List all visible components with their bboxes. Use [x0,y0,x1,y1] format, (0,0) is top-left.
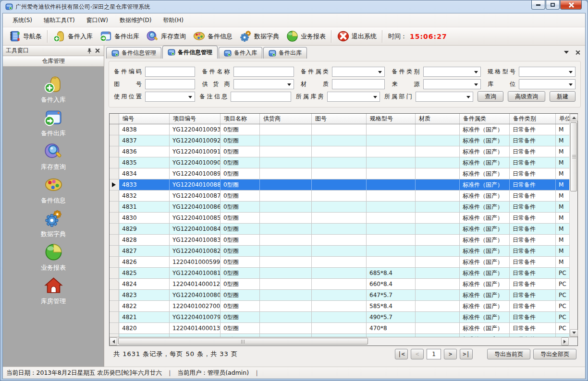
table-row[interactable]: 4827YG122040100820型圈标准件（国产）日常备件M [110,246,569,257]
row-selector-cell[interactable] [110,190,119,201]
table-row[interactable]: 482012204014000130型圈470*8标准件（国产）日常备件PC [110,323,569,334]
column-header[interactable]: 图号 [312,114,367,124]
column-header[interactable]: 编号 [119,114,170,124]
department-select[interactable] [416,92,473,102]
column-header[interactable]: 项目编号 [170,114,220,124]
drawing-no-input[interactable] [145,79,195,89]
sidebar-item-stock-out[interactable]: 备件出库 [24,108,82,142]
toolbar-inventory-query-button[interactable]: 库存查询 [143,29,189,44]
column-header[interactable]: 单位 [556,114,569,124]
scroll-down-button[interactable] [570,329,578,337]
row-selector-cell[interactable] [110,301,119,311]
row-selector-cell[interactable] [110,268,119,278]
sidebar-item-warehouse-management[interactable]: 库房管理 [24,276,82,310]
spare-category-select[interactable] [423,67,481,77]
row-selector-cell[interactable] [110,179,119,190]
column-header[interactable]: 项目名称 [220,114,260,124]
table-row[interactable]: 482212204010027000型圈585*8.4标准件（国产）日常备件PC [110,301,569,312]
row-selector-cell[interactable] [110,202,119,212]
export-current-page-button[interactable]: 导出当前页 [487,349,530,359]
scroll-up-button[interactable] [570,114,578,121]
row-selector-cell[interactable] [110,290,119,300]
horizontal-scroll-thumb[interactable] [118,338,368,345]
scroll-right-button[interactable] [561,337,569,345]
next-page-button[interactable]: > [444,349,457,359]
table-row[interactable]: 4823YG122040100800型圈647*5.7标准件（国产）日常备件PC [110,290,569,301]
vertical-scroll-track[interactable] [570,121,577,329]
row-selector-cell[interactable] [110,157,119,168]
row-selector-cell[interactable] [110,323,119,333]
row-selector-cell[interactable] [110,257,119,267]
spare-code-input[interactable] [145,67,195,77]
row-selector-cell[interactable] [110,124,119,135]
table-row[interactable]: 482412204014000120型圈660*8.4标准件（国产）日常备件PC [110,279,569,290]
menu-aux-tools[interactable]: 辅助工具(T) [38,14,81,26]
toolbar-exit-button[interactable]: 退出系统 [333,29,380,44]
column-header[interactable]: 规格型号 [367,114,416,124]
toolbar-spare-info-button[interactable]: 备件信息 [189,29,236,44]
sidebar-item-spare-info[interactable]: 备件信息 [24,175,82,209]
bin-location-select[interactable] [519,79,576,89]
row-selector-header[interactable] [110,114,119,124]
sidebar-item-data-dict[interactable]: 数据字典 [24,209,82,242]
toolbar-stock-in-button[interactable]: 备件入库 [49,29,96,44]
row-selector-cell[interactable] [110,213,119,223]
last-page-button[interactable]: >| [460,349,473,359]
close-button[interactable] [560,0,582,10]
toolbar-report-button[interactable]: 业务报表 [282,29,329,44]
advanced-query-button[interactable]: 高级查询 [508,91,545,102]
minimize-button[interactable] [531,0,545,10]
page-number-input[interactable]: 1 [427,349,441,359]
tab-spare-info-management-2[interactable]: 备件信息管理 [162,46,218,59]
tab-spare-info-management-1[interactable]: 备件信息管理 [106,47,161,59]
menu-data-maintenance[interactable]: 数据维护(D) [114,14,158,26]
table-row[interactable]: 4833YG122040100880型圈标准件（国产）日常备件M [110,179,569,190]
table-row[interactable]: 4835YG122040100900型圈标准件（国产）日常备件M [110,157,569,168]
warehouse-select[interactable] [327,92,380,102]
pin-button[interactable] [86,47,93,55]
table-row[interactable]: 4821YG122040100790型圈490*5.7标准件（国产）日常备件PC [110,312,569,323]
toolbar-navbar-button[interactable]: 导航条 [5,29,45,44]
table-row[interactable]: 4830YG122040100850型圈标准件（国产）日常备件M [110,213,569,224]
tab-list-chevron-down-icon[interactable] [564,51,569,56]
toolbar-stock-out-button[interactable]: 备件出库 [96,29,143,44]
spare-name-input[interactable] [233,67,294,77]
menu-window[interactable]: 窗口(W) [81,14,114,26]
table-row[interactable]: 4838YG122040100930型圈标准件（国产）日常备件M [110,124,569,135]
prev-page-button[interactable]: < [411,349,424,359]
table-row[interactable]: 4829YG122040100840型圈标准件（国产）日常备件M [110,224,569,235]
new-button[interactable]: 新建 [550,91,576,102]
first-page-button[interactable]: |< [395,349,408,359]
vertical-scrollbar[interactable] [569,114,577,337]
source-select[interactable] [423,79,481,89]
table-row[interactable]: 4832YG122040100870型圈标准件（国产）日常备件M [110,190,569,202]
table-row[interactable]: 4828YG122040100830型圈标准件（国产）日常备件M [110,235,569,246]
horizontal-scrollbar[interactable] [110,337,569,345]
horizontal-scroll-track[interactable] [117,337,561,345]
row-selector-cell[interactable] [110,168,119,179]
column-header[interactable]: 备件类别 [510,114,556,124]
spec-model-select[interactable] [519,67,576,77]
table-row[interactable]: 4834YG122040100890型圈标准件（国产）日常备件M [110,168,569,179]
remark-input[interactable] [231,92,291,102]
table-row[interactable]: 482612204010005990型圈标准件（国产）日常备件M [110,257,569,268]
tab-close-button[interactable] [574,48,581,56]
material-input[interactable] [332,79,385,89]
supplier-select[interactable] [233,79,294,89]
row-selector-cell[interactable] [110,312,119,322]
menu-help[interactable]: 帮助(H) [158,14,189,26]
use-position-select[interactable] [145,92,195,102]
table-row[interactable]: 4836YG122040100910型圈标准件（国产）日常备件M [110,146,569,157]
column-header[interactable]: 供货商 [260,114,312,124]
table-row[interactable]: 4831YG122040100860型圈标准件（国产）日常备件M [110,202,569,213]
menu-system[interactable]: 系统(S) [7,14,38,26]
tab-stock-in[interactable]: 备件入库 [219,47,262,59]
tab-stock-out[interactable]: 备件出库 [263,47,307,59]
spare-class-select[interactable] [332,67,385,77]
table-row[interactable]: 0型圈标准件（国产）日常备件 [110,334,569,337]
row-selector-cell[interactable] [110,334,119,337]
query-button[interactable]: 查询 [478,91,503,102]
vertical-scroll-thumb[interactable] [570,122,577,191]
row-selector-cell[interactable] [110,246,119,256]
column-header[interactable]: 材质 [416,114,460,124]
